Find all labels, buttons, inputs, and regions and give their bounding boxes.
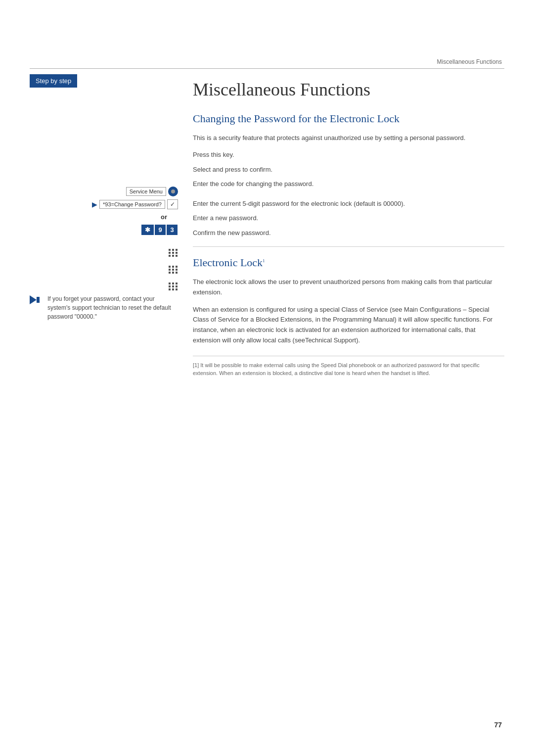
checkmark-box: ✓ <box>167 199 178 209</box>
svg-marker-0 <box>30 295 37 304</box>
change-password-box: *93=Change Password? <box>99 200 165 209</box>
section2-heading-text: Electronic Lock <box>193 256 263 269</box>
section1-heading: Changing the Password for the Electronic… <box>193 112 504 126</box>
service-menu-row: Service Menu <box>30 187 178 196</box>
service-menu-box: Service Menu <box>126 187 166 196</box>
instruction-current-pwd: Enter the current 5-digit password for t… <box>193 199 504 209</box>
section2-heading: Electronic Lock1 <box>193 256 504 270</box>
keypad-icon-3 <box>169 277 178 290</box>
code-key-3: 3 <box>167 225 178 235</box>
keypad-instructions: Enter the current 5-digit password for t… <box>193 199 504 238</box>
section-divider <box>193 246 504 247</box>
or-row: or <box>30 213 178 221</box>
section2-superscript: 1 <box>263 258 265 263</box>
code-row: ✱ 9 3 <box>30 225 178 235</box>
step-by-step-bar: Step by step <box>30 74 77 88</box>
code-key-9: 9 <box>155 225 166 235</box>
svg-rect-1 <box>37 297 40 303</box>
keypad-icon-2 <box>169 260 178 274</box>
enter-current-pwd-text: Enter the current 5-digit password for t… <box>193 199 405 209</box>
section2-para1: The electronic lock allows the user to p… <box>193 277 504 298</box>
note-box: If you forget your password, contact you… <box>30 294 178 321</box>
code-key-star: ✱ <box>141 225 154 235</box>
instruction-enter-code: Enter the code for changing the password… <box>193 179 504 189</box>
header-section-title: Miscellaneous Functions <box>437 58 502 65</box>
footnote-text: [1] It will be possible to make external… <box>193 361 504 378</box>
instruction-press-key: Press this key. <box>193 150 504 160</box>
keypad-rows <box>30 243 178 290</box>
phone-key-inner <box>171 189 175 193</box>
left-column: Step by step Service Menu ▶ *93=Change P… <box>30 74 178 716</box>
instruction-confirm-pwd: Confirm the new password. <box>193 228 504 238</box>
content-area: Step by step Service Menu ▶ *93=Change P… <box>30 74 504 716</box>
select-confirm-text: Select and press to confirm. <box>193 165 272 175</box>
page-title: Miscellaneous Functions <box>193 79 504 100</box>
instruction-new-pwd: Enter a new password. <box>193 213 504 223</box>
instruction-select-confirm: Select and press to confirm. <box>193 165 504 175</box>
enter-new-pwd-text: Enter a new password. <box>193 213 258 223</box>
note-text: If you forget your password, contact you… <box>47 294 178 321</box>
confirm-new-pwd-text: Confirm the new password. <box>193 228 271 238</box>
arrow-icon: ▶ <box>92 200 97 208</box>
footnote-content: It will be possible to make external cal… <box>193 362 480 377</box>
footnote-number: [1] <box>193 362 199 368</box>
note-arrow-icon <box>30 295 44 307</box>
change-password-row: ▶ *93=Change Password? ✓ <box>30 199 178 209</box>
enter-code-text: Enter the code for changing the password… <box>193 179 313 189</box>
page-number: 77 <box>494 721 502 729</box>
step-items: Service Menu ▶ *93=Change Password? ✓ or… <box>30 187 178 321</box>
right-column: Miscellaneous Functions Changing the Pas… <box>178 74 504 716</box>
section1-intro: This is a security feature that protects… <box>193 133 504 143</box>
keypad-icon-1 <box>169 243 178 257</box>
phone-key-icon <box>168 187 178 196</box>
press-key-text: Press this key. <box>193 150 234 160</box>
header-rule <box>30 68 504 69</box>
footnote-section: [1] It will be possible to make external… <box>193 356 504 378</box>
section2-para2: When an extension is configured for usin… <box>193 305 504 346</box>
